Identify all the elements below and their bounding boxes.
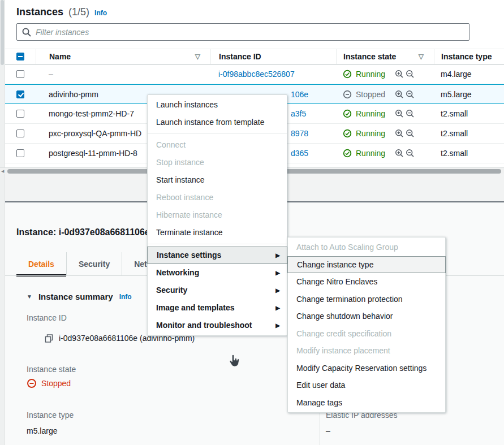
filter-zoom-out-icon[interactable]: [406, 109, 415, 118]
instance-id-label: Instance ID: [27, 313, 67, 322]
column-header-instance-state[interactable]: Instance state: [343, 52, 396, 61]
menu-item-monitor-and-troubleshoot[interactable]: Monitor and troubleshoot▶: [148, 317, 287, 334]
submenu-item-manage-tags[interactable]: Manage tags: [288, 394, 445, 412]
instance-name: postgresql-11-pmm-HD-8: [49, 149, 137, 158]
scroll-left-arrow-icon[interactable]: ◀: [1, 169, 4, 174]
filter-box[interactable]: [16, 23, 469, 41]
search-icon: [22, 28, 31, 37]
row-checkbox[interactable]: [16, 110, 24, 118]
stopped-state-icon: [27, 378, 37, 388]
filter-zoom-out-icon[interactable]: [406, 70, 415, 79]
instance-state-text: Running: [356, 149, 385, 158]
instance-name: mongo-test-pmm2-HD-7: [49, 109, 134, 118]
menu-item-hibernate-instance: Hibernate instance: [148, 206, 287, 224]
instance-settings-submenu: Attach to Auto Scaling Group Change inst…: [287, 237, 446, 413]
row-checkbox[interactable]: [16, 129, 24, 137]
filter-zoom-out-icon[interactable]: [406, 90, 415, 99]
table-row[interactable]: – i-0f98abbc8ec526807 Running m4.large: [5, 64, 504, 84]
submenu-item-modify-capacity-reservation-settings[interactable]: Modify Capacity Reservation settings: [288, 360, 445, 377]
instance-id-link[interactable]: i-0f98abbc8ec526807: [218, 70, 295, 79]
filter-zoom-in-icon[interactable]: [395, 129, 404, 138]
submenu-item-edit-user-data[interactable]: Edit user data: [288, 377, 445, 394]
page-header: Instances (1/5) Info: [5, 0, 504, 18]
mouse-cursor-hand-icon: [229, 354, 240, 369]
selection-count: (1/5): [68, 6, 89, 18]
instance-summary-title: Instance summary: [38, 292, 113, 301]
submenu-item-change-credit-specification: Change credit specification: [288, 325, 445, 343]
instance-name: pxc-proxysql-QA-pmm-HD: [49, 129, 141, 138]
submenu-arrow-icon: ▶: [275, 299, 280, 317]
table-header-row: Name▽ Instance ID Instance state▽ Instan…: [5, 49, 504, 64]
submenu-arrow-icon: ▶: [275, 264, 280, 282]
menu-item-stop-instance: Stop instance: [148, 154, 287, 171]
tab-security[interactable]: Security: [66, 252, 122, 275]
submenu-item-change-nitro-enclaves[interactable]: Change Nitro Enclaves: [288, 273, 445, 291]
submenu-arrow-icon: ▶: [275, 317, 280, 334]
instance-id-link[interactable]: 8978: [291, 129, 308, 138]
column-header-name[interactable]: Name: [49, 52, 71, 61]
instances-info-link[interactable]: Info: [94, 9, 107, 17]
menu-item-connect: Connect: [148, 136, 287, 154]
instance-type-text: t2.small: [441, 109, 468, 118]
left-vertical-scrollbar[interactable]: [0, 0, 5, 445]
instance-state-text: Running: [356, 70, 385, 79]
filter-zoom-in-icon[interactable]: [395, 70, 404, 79]
menu-item-instance-settings[interactable]: Instance settings▶: [147, 247, 287, 264]
instance-type-text: t2.small: [441, 149, 468, 158]
instance-type-text: m5.large: [441, 90, 471, 99]
running-state-icon: [343, 109, 352, 118]
submenu-item-modify-instance-placement: Modify instance placement: [288, 342, 445, 360]
menu-item-image-and-templates[interactable]: Image and templates▶: [148, 299, 287, 317]
left-vertical-scrollbar-thumb[interactable]: [1, 0, 4, 65]
row-checkbox[interactable]: [16, 149, 24, 157]
tab-details[interactable]: Details: [16, 252, 66, 275]
submenu-item-change-instance-type[interactable]: Change instance type: [287, 256, 446, 274]
actions-context-menu: Launch instances Launch instance from te…: [147, 94, 287, 336]
filter-zoom-in-icon[interactable]: [395, 109, 404, 118]
instance-summary-header: ▼ Instance summary Info: [27, 292, 132, 301]
instance-state-value: Stopped: [41, 379, 71, 388]
page-title: Instances: [16, 6, 63, 18]
sort-icon-state[interactable]: ▽: [419, 53, 424, 61]
filter-zoom-out-icon[interactable]: [406, 149, 415, 158]
instance-type-value: m5.large: [27, 426, 57, 435]
instance-id-link[interactable]: d365: [291, 149, 308, 158]
instance-state-label: Instance state: [27, 365, 76, 374]
submenu-arrow-icon: ▶: [275, 282, 280, 299]
filter-zoom-in-icon[interactable]: [395, 149, 404, 158]
instance-id-link[interactable]: a3f5: [291, 109, 306, 118]
menu-item-launch-instance-from-template[interactable]: Launch instance from template: [148, 114, 287, 131]
instance-name: adivinho-pmm: [49, 90, 98, 99]
instance-type-text: t2.small: [441, 129, 468, 138]
running-state-icon: [343, 129, 352, 138]
menu-item-start-instance[interactable]: Start instance: [148, 171, 287, 189]
row-checkbox[interactable]: [16, 90, 24, 98]
submenu-item-change-shutdown-behavior[interactable]: Change shutdown behavior: [288, 308, 445, 325]
submenu-item-change-termination-protection[interactable]: Change termination protection: [288, 291, 445, 308]
submenu-arrow-icon: ▶: [275, 247, 280, 263]
filter-zoom-out-icon[interactable]: [406, 129, 415, 138]
collapse-caret-icon[interactable]: ▼: [27, 293, 32, 300]
elastic-ip-value: –: [326, 426, 330, 435]
menu-divider: [148, 133, 287, 134]
running-state-icon: [343, 149, 352, 158]
instance-state-text: Running: [356, 129, 385, 138]
filter-zoom-in-icon[interactable]: [395, 90, 404, 99]
row-checkbox[interactable]: [16, 70, 24, 78]
running-state-icon: [343, 70, 352, 79]
select-all-checkbox[interactable]: [16, 53, 24, 61]
menu-item-terminate-instance[interactable]: Terminate instance: [148, 224, 287, 241]
menu-item-security[interactable]: Security▶: [148, 282, 287, 299]
filter-instances-input[interactable]: [36, 28, 464, 37]
copy-icon[interactable]: [45, 334, 53, 343]
menu-item-launch-instances[interactable]: Launch instances: [148, 96, 287, 114]
column-header-instance-id[interactable]: Instance ID: [219, 52, 261, 61]
instance-state-text: Running: [356, 109, 385, 118]
menu-item-networking[interactable]: Networking▶: [148, 264, 287, 282]
sort-icon-name[interactable]: ▽: [195, 53, 200, 61]
ec2-console-screen: Instances (1/5) Info Name▽ Instance ID I…: [0, 0, 504, 445]
summary-info-link[interactable]: Info: [119, 293, 132, 301]
instance-id-link[interactable]: 106e: [291, 90, 308, 99]
column-header-instance-type[interactable]: Instance type: [441, 52, 492, 61]
instance-name: –: [49, 70, 53, 79]
